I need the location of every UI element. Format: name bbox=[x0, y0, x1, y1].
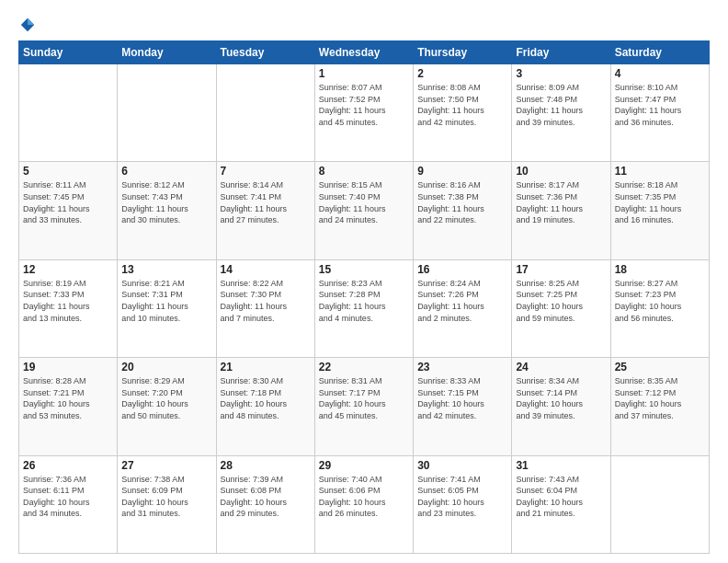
day-number: 7 bbox=[221, 165, 311, 178]
logo-icon bbox=[19, 17, 36, 33]
day-info: Sunrise: 8:09 AM Sunset: 7:48 PM Dayligh… bbox=[516, 82, 606, 128]
day-number: 4 bbox=[615, 67, 705, 80]
day-number: 25 bbox=[615, 361, 705, 373]
weekday-header: Wednesday bbox=[314, 41, 413, 64]
day-number: 17 bbox=[516, 263, 606, 276]
day-info: Sunrise: 8:29 AM Sunset: 7:20 PM Dayligh… bbox=[121, 375, 211, 421]
day-number: 18 bbox=[615, 263, 705, 276]
day-info: Sunrise: 8:30 AM Sunset: 7:18 PM Dayligh… bbox=[221, 375, 311, 421]
calendar-cell: 22Sunrise: 8:31 AM Sunset: 7:17 PM Dayli… bbox=[314, 358, 413, 455]
day-info: Sunrise: 8:07 AM Sunset: 7:52 PM Dayligh… bbox=[319, 82, 409, 128]
day-number: 29 bbox=[319, 459, 409, 472]
day-info: Sunrise: 8:22 AM Sunset: 7:30 PM Dayligh… bbox=[221, 278, 311, 324]
calendar-week-row: 26Sunrise: 7:36 AM Sunset: 6:11 PM Dayli… bbox=[19, 455, 710, 553]
calendar-cell bbox=[19, 64, 118, 162]
calendar-table: SundayMondayTuesdayWednesdayThursdayFrid… bbox=[18, 40, 710, 554]
page: SundayMondayTuesdayWednesdayThursdayFrid… bbox=[0, 0, 728, 563]
weekday-header: Sunday bbox=[19, 41, 118, 64]
calendar-cell bbox=[118, 64, 216, 162]
day-number: 3 bbox=[516, 67, 606, 80]
day-number: 21 bbox=[221, 361, 311, 373]
day-info: Sunrise: 8:17 AM Sunset: 7:36 PM Dayligh… bbox=[516, 179, 606, 225]
day-number: 30 bbox=[417, 459, 507, 472]
calendar-cell: 1Sunrise: 8:07 AM Sunset: 7:52 PM Daylig… bbox=[314, 64, 413, 162]
day-number: 26 bbox=[23, 459, 113, 472]
calendar-cell: 23Sunrise: 8:33 AM Sunset: 7:15 PM Dayli… bbox=[414, 358, 512, 455]
calendar-week-row: 19Sunrise: 8:28 AM Sunset: 7:21 PM Dayli… bbox=[19, 358, 710, 455]
day-info: Sunrise: 8:14 AM Sunset: 7:41 PM Dayligh… bbox=[221, 179, 311, 225]
calendar-cell: 31Sunrise: 7:43 AM Sunset: 6:04 PM Dayli… bbox=[512, 455, 610, 553]
day-number: 8 bbox=[319, 165, 409, 178]
day-info: Sunrise: 7:40 AM Sunset: 6:06 PM Dayligh… bbox=[319, 474, 409, 520]
calendar-cell bbox=[610, 455, 709, 553]
day-info: Sunrise: 8:11 AM Sunset: 7:45 PM Dayligh… bbox=[23, 179, 113, 225]
day-info: Sunrise: 8:24 AM Sunset: 7:26 PM Dayligh… bbox=[417, 278, 507, 324]
day-info: Sunrise: 8:31 AM Sunset: 7:17 PM Dayligh… bbox=[319, 375, 409, 421]
day-info: Sunrise: 7:41 AM Sunset: 6:05 PM Dayligh… bbox=[417, 474, 507, 520]
day-number: 9 bbox=[417, 165, 507, 178]
calendar-cell: 3Sunrise: 8:09 AM Sunset: 7:48 PM Daylig… bbox=[512, 64, 610, 162]
day-info: Sunrise: 8:21 AM Sunset: 7:31 PM Dayligh… bbox=[121, 278, 211, 324]
calendar-cell: 8Sunrise: 8:15 AM Sunset: 7:40 PM Daylig… bbox=[314, 162, 413, 259]
header-row: SundayMondayTuesdayWednesdayThursdayFrid… bbox=[19, 41, 710, 64]
weekday-header: Thursday bbox=[414, 41, 512, 64]
calendar-cell: 30Sunrise: 7:41 AM Sunset: 6:05 PM Dayli… bbox=[414, 455, 512, 553]
day-number: 11 bbox=[615, 165, 705, 178]
day-number: 19 bbox=[23, 361, 113, 373]
day-number: 22 bbox=[319, 361, 409, 373]
calendar-cell bbox=[216, 64, 314, 162]
calendar-cell: 15Sunrise: 8:23 AM Sunset: 7:28 PM Dayli… bbox=[314, 259, 413, 357]
day-number: 1 bbox=[319, 67, 409, 80]
svg-marker-1 bbox=[28, 18, 34, 25]
day-info: Sunrise: 8:08 AM Sunset: 7:50 PM Dayligh… bbox=[417, 82, 507, 128]
calendar-cell: 20Sunrise: 8:29 AM Sunset: 7:20 PM Dayli… bbox=[118, 358, 216, 455]
header bbox=[18, 17, 710, 33]
calendar-cell: 18Sunrise: 8:27 AM Sunset: 7:23 PM Dayli… bbox=[610, 259, 709, 357]
day-info: Sunrise: 8:33 AM Sunset: 7:15 PM Dayligh… bbox=[417, 375, 507, 421]
day-info: Sunrise: 8:15 AM Sunset: 7:40 PM Dayligh… bbox=[319, 179, 409, 225]
calendar-cell: 26Sunrise: 7:36 AM Sunset: 6:11 PM Dayli… bbox=[19, 455, 118, 553]
calendar-cell: 21Sunrise: 8:30 AM Sunset: 7:18 PM Dayli… bbox=[216, 358, 314, 455]
day-number: 23 bbox=[417, 361, 507, 373]
day-number: 10 bbox=[516, 165, 606, 178]
logo bbox=[18, 17, 36, 33]
day-info: Sunrise: 8:19 AM Sunset: 7:33 PM Dayligh… bbox=[23, 278, 113, 324]
day-info: Sunrise: 8:27 AM Sunset: 7:23 PM Dayligh… bbox=[615, 278, 705, 324]
day-info: Sunrise: 8:25 AM Sunset: 7:25 PM Dayligh… bbox=[516, 278, 606, 324]
day-number: 6 bbox=[121, 165, 211, 178]
day-number: 28 bbox=[221, 459, 311, 472]
day-info: Sunrise: 8:28 AM Sunset: 7:21 PM Dayligh… bbox=[23, 375, 113, 421]
calendar-week-row: 12Sunrise: 8:19 AM Sunset: 7:33 PM Dayli… bbox=[19, 259, 710, 357]
day-number: 2 bbox=[417, 67, 507, 80]
calendar-cell: 9Sunrise: 8:16 AM Sunset: 7:38 PM Daylig… bbox=[414, 162, 512, 259]
day-number: 12 bbox=[23, 263, 113, 276]
calendar-cell: 11Sunrise: 8:18 AM Sunset: 7:35 PM Dayli… bbox=[610, 162, 709, 259]
weekday-header: Monday bbox=[118, 41, 216, 64]
day-info: Sunrise: 7:43 AM Sunset: 6:04 PM Dayligh… bbox=[516, 474, 606, 520]
day-number: 13 bbox=[121, 263, 211, 276]
calendar-cell: 13Sunrise: 8:21 AM Sunset: 7:31 PM Dayli… bbox=[118, 259, 216, 357]
day-number: 15 bbox=[319, 263, 409, 276]
day-number: 16 bbox=[417, 263, 507, 276]
calendar-cell: 24Sunrise: 8:34 AM Sunset: 7:14 PM Dayli… bbox=[512, 358, 610, 455]
calendar-cell: 17Sunrise: 8:25 AM Sunset: 7:25 PM Dayli… bbox=[512, 259, 610, 357]
day-info: Sunrise: 7:36 AM Sunset: 6:11 PM Dayligh… bbox=[23, 474, 113, 520]
calendar-cell: 7Sunrise: 8:14 AM Sunset: 7:41 PM Daylig… bbox=[216, 162, 314, 259]
weekday-header: Saturday bbox=[610, 41, 709, 64]
day-number: 31 bbox=[516, 459, 606, 472]
day-info: Sunrise: 8:16 AM Sunset: 7:38 PM Dayligh… bbox=[417, 179, 507, 225]
day-number: 14 bbox=[221, 263, 311, 276]
day-number: 24 bbox=[516, 361, 606, 373]
calendar-cell: 2Sunrise: 8:08 AM Sunset: 7:50 PM Daylig… bbox=[414, 64, 512, 162]
day-number: 20 bbox=[121, 361, 211, 373]
calendar-week-row: 5Sunrise: 8:11 AM Sunset: 7:45 PM Daylig… bbox=[19, 162, 710, 259]
day-info: Sunrise: 7:39 AM Sunset: 6:08 PM Dayligh… bbox=[221, 474, 311, 520]
calendar-cell: 4Sunrise: 8:10 AM Sunset: 7:47 PM Daylig… bbox=[610, 64, 709, 162]
weekday-header: Friday bbox=[512, 41, 610, 64]
calendar-cell: 16Sunrise: 8:24 AM Sunset: 7:26 PM Dayli… bbox=[414, 259, 512, 357]
calendar-cell: 19Sunrise: 8:28 AM Sunset: 7:21 PM Dayli… bbox=[19, 358, 118, 455]
weekday-header: Tuesday bbox=[216, 41, 314, 64]
day-info: Sunrise: 7:38 AM Sunset: 6:09 PM Dayligh… bbox=[121, 474, 211, 520]
day-info: Sunrise: 8:23 AM Sunset: 7:28 PM Dayligh… bbox=[319, 278, 409, 324]
day-number: 5 bbox=[23, 165, 113, 178]
